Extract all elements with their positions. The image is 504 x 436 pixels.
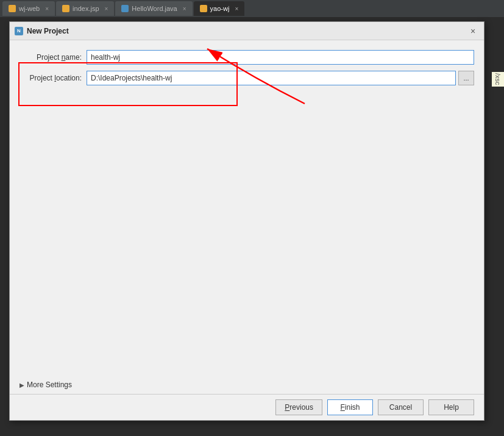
tab-index-jsp[interactable]: index.jsp × xyxy=(56,1,114,16)
project-location-label-text: Project location: xyxy=(30,74,82,82)
previous-button-label: Previous xyxy=(285,403,313,412)
more-settings-label: More Settings xyxy=(27,381,72,389)
browse-button[interactable]: ... xyxy=(458,71,474,85)
help-button-label: Help xyxy=(444,403,459,412)
tab-wj-web[interactable]: wj-web × xyxy=(2,1,55,16)
project-name-row: Project name: xyxy=(20,50,474,65)
tab-label-index-jsp: index.jsp xyxy=(73,5,99,12)
project-name-input[interactable] xyxy=(87,50,474,65)
tab-close-index-jsp[interactable]: × xyxy=(105,5,108,12)
tab-icon-helloword xyxy=(121,5,129,12)
dialog-title-icon: N xyxy=(15,27,23,35)
dialog-titlebar: N New Project × xyxy=(10,22,484,40)
project-location-label: Project location: xyxy=(20,74,87,82)
project-location-input[interactable] xyxy=(87,71,456,85)
tab-label-wj-web: wj-web xyxy=(19,5,40,12)
tab-icon-index-jsp xyxy=(62,5,69,12)
new-project-dialog: N New Project × Project name: Project lo… xyxy=(9,21,484,421)
dialog-title-area: N New Project xyxy=(15,27,69,35)
tab-close-wj-web[interactable]: × xyxy=(45,5,49,12)
ide-side-hint: /xsc xyxy=(492,72,504,87)
more-settings-arrow-icon: ▶ xyxy=(20,382,24,388)
finish-button[interactable]: Finish xyxy=(327,399,373,415)
tab-icon-wj-web xyxy=(9,5,16,12)
finish-button-label: Finish xyxy=(340,403,360,412)
dialog-overlay: N New Project × Project name: Project lo… xyxy=(6,18,491,427)
tab-close-helloword[interactable]: × xyxy=(183,5,186,12)
project-name-label: Project name: xyxy=(20,53,87,62)
cancel-button[interactable]: Cancel xyxy=(378,399,424,415)
ide-tabs-bar: wj-web × index.jsp × HelloWord.java × ya… xyxy=(0,0,504,17)
dialog-title-text: New Project xyxy=(27,27,69,35)
project-name-label-text: Project name: xyxy=(37,53,82,62)
project-location-input-group: ... xyxy=(87,71,474,85)
help-button[interactable]: Help xyxy=(428,399,474,415)
cancel-button-label: Cancel xyxy=(389,403,412,412)
previous-button[interactable]: Previous xyxy=(275,399,322,415)
dialog-close-button[interactable]: × xyxy=(467,25,479,37)
tab-yao-wj[interactable]: yao-wj × xyxy=(194,1,245,16)
tab-label-yao-wj: yao-wj xyxy=(210,5,230,12)
tab-close-yao-wj[interactable]: × xyxy=(235,5,238,12)
project-location-row: Project location: ... xyxy=(20,71,474,85)
tab-label-helloword: HelloWord.java xyxy=(132,5,177,12)
tab-helloword-java[interactable]: HelloWord.java × xyxy=(115,1,192,16)
dialog-body: Project name: Project location: ... ▶ Mo xyxy=(10,40,484,394)
dialog-footer: Previous Finish Cancel Help xyxy=(10,394,484,420)
more-settings-section[interactable]: ▶ More Settings xyxy=(20,381,72,389)
tab-icon-yao-wj xyxy=(200,5,207,12)
